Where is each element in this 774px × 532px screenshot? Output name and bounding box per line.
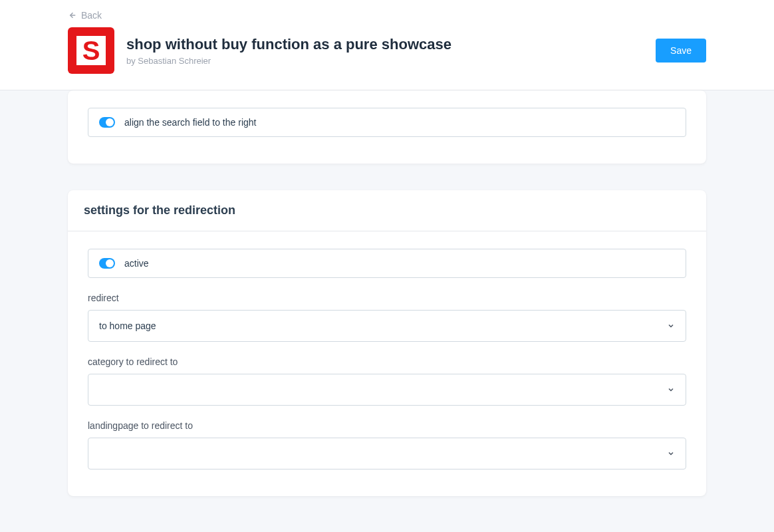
chevron-down-icon — [667, 386, 675, 394]
save-button[interactable]: Save — [656, 39, 706, 63]
back-label: Back — [81, 10, 102, 21]
select-redirect[interactable]: to home page — [88, 310, 686, 342]
arrow-left-icon — [68, 11, 76, 19]
toggle-align-search[interactable] — [99, 117, 115, 128]
select-landingpage[interactable] — [88, 438, 686, 469]
select-redirect-value: to home page — [99, 321, 667, 331]
section-heading: settings for the redirection — [84, 203, 690, 217]
toggle-active[interactable] — [99, 258, 115, 269]
select-landingpage-value — [99, 449, 667, 458]
chevron-down-icon — [667, 322, 675, 330]
select-category[interactable] — [88, 374, 686, 406]
label-landingpage: landingpage to redirect to — [88, 420, 686, 431]
card-redirection-settings: settings for the redirection active redi… — [68, 190, 706, 496]
byline: by Sebastian Schreier — [126, 56, 644, 66]
card-header-redirection: settings for the redirection — [68, 190, 706, 231]
toggle-row-align-search: align the search field to the right — [88, 108, 686, 137]
page-title: shop without buy function as a pure show… — [126, 36, 644, 53]
page-header: Back S shop without buy function as a pu… — [0, 0, 774, 90]
toggle-align-search-label: align the search field to the right — [124, 117, 256, 128]
card-top-settings: align the search field to the right — [68, 90, 706, 164]
chevron-down-icon — [667, 450, 675, 458]
select-category-value — [99, 385, 667, 394]
toggle-active-label: active — [124, 258, 149, 269]
plugin-logo: S — [68, 27, 114, 74]
back-link[interactable]: Back — [68, 10, 102, 21]
label-redirect: redirect — [88, 293, 686, 303]
toggle-row-active: active — [88, 249, 686, 278]
label-category: category to redirect to — [88, 356, 686, 367]
